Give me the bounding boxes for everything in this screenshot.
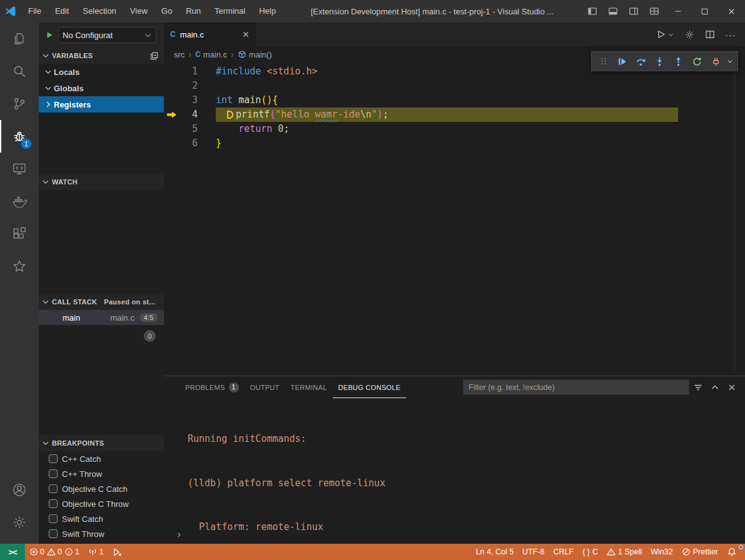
breakpoint-cpp-throw[interactable]: C++ Throw: [39, 466, 164, 481]
console-filter-input[interactable]: [463, 379, 689, 395]
tab-main-c[interactable]: C main.c: [164, 22, 256, 46]
variables-scope-locals[interactable]: Locals: [39, 64, 164, 80]
error-icon: [29, 548, 38, 556]
close-panel-icon[interactable]: [723, 379, 740, 396]
toggle-sidebar-icon[interactable]: [582, 0, 602, 22]
continue-button[interactable]: [614, 53, 631, 69]
menu-run[interactable]: Run: [179, 0, 208, 22]
line-number: 6: [179, 136, 198, 151]
language-mode[interactable]: { } C: [578, 544, 602, 560]
ports-status[interactable]: 1: [84, 544, 108, 560]
toggle-secondary-sidebar-icon[interactable]: [623, 0, 644, 22]
chevron-down-icon[interactable]: [726, 58, 734, 65]
menu-view[interactable]: View: [123, 0, 155, 22]
spell-checker-status[interactable]: 1 Spell: [602, 544, 646, 560]
activity-remote-explorer[interactable]: [0, 152, 39, 185]
problems-status[interactable]: 0 0 1: [25, 544, 84, 560]
account-button[interactable]: [0, 474, 39, 506]
checkbox[interactable]: [49, 469, 58, 478]
code-editor[interactable]: 1 #include <stdio.h> 2 3 int main(){ 4: [164, 62, 745, 376]
breakpoints-section-header[interactable]: BREAKPOINTS: [39, 435, 164, 451]
eol-status[interactable]: CRLF: [549, 544, 579, 560]
run-or-debug-button[interactable]: [656, 29, 674, 39]
tab-problems[interactable]: PROBLEMS1: [180, 376, 245, 398]
variables-section-header[interactable]: VARIABLES: [39, 48, 164, 64]
scope-label: Globals: [54, 84, 84, 93]
checkbox[interactable]: [49, 514, 58, 523]
tab-debug-console[interactable]: DEBUG CONSOLE: [333, 376, 407, 398]
gutter-glyph-margin[interactable]: [164, 64, 179, 79]
title-bar: File Edit Selection View Go Run Terminal…: [0, 0, 745, 22]
tab-terminal[interactable]: TERMINAL: [285, 376, 333, 398]
restart-button[interactable]: [689, 53, 706, 69]
call-stack-section-header[interactable]: CALL STACK Paused on st...: [39, 294, 164, 310]
maximize-button[interactable]: [691, 0, 718, 22]
checkbox[interactable]: [49, 529, 58, 538]
gutter-glyph-margin[interactable]: [164, 136, 179, 151]
activity-explorer[interactable]: [0, 22, 39, 55]
close-tab-icon[interactable]: [241, 30, 250, 39]
breakpoint-objc-catch[interactable]: Objective C Catch: [39, 481, 164, 496]
gutter-glyph-margin[interactable]: [164, 79, 179, 93]
remote-indicator[interactable]: ><: [0, 544, 25, 560]
menu-terminal[interactable]: Terminal: [208, 0, 252, 22]
collapse-all-icon[interactable]: [150, 51, 159, 61]
breadcrumb-file[interactable]: C main.c: [195, 50, 227, 59]
checkbox[interactable]: [49, 499, 58, 508]
menu-file[interactable]: File: [21, 0, 48, 22]
split-editor-button[interactable]: [705, 29, 715, 39]
launch-config-dropdown[interactable]: No Configurat: [58, 27, 156, 43]
encoding-status[interactable]: UTF-8: [518, 544, 549, 560]
activity-run-debug[interactable]: 1: [0, 120, 39, 152]
settings-gear-button[interactable]: [684, 29, 695, 40]
step-over-button[interactable]: [632, 53, 649, 69]
breakpoint-objc-throw[interactable]: Objective C Throw: [39, 496, 164, 511]
breakpoint-swift-throw[interactable]: Swift Throw: [39, 526, 164, 541]
menu-help[interactable]: Help: [252, 0, 283, 22]
maximize-panel-icon[interactable]: [706, 379, 723, 396]
variables-scope-globals[interactable]: Globals: [39, 80, 164, 96]
variables-scope-registers[interactable]: Registers: [39, 96, 164, 112]
breadcrumb-src[interactable]: src: [174, 50, 185, 59]
menu-edit[interactable]: Edit: [48, 0, 76, 22]
menu-selection[interactable]: Selection: [76, 0, 123, 22]
gutter-glyph-margin[interactable]: [164, 108, 179, 122]
activity-wamr-ide[interactable]: [0, 250, 39, 282]
breakpoint-swift-catch[interactable]: Swift Catch: [39, 511, 164, 526]
close-window-button[interactable]: [718, 0, 745, 22]
gutter-glyph-margin[interactable]: [164, 122, 179, 136]
step-into-button[interactable]: [651, 53, 668, 69]
platform-status[interactable]: Win32: [646, 544, 677, 560]
customize-layout-icon[interactable]: [644, 0, 664, 22]
step-out-button[interactable]: [670, 53, 687, 69]
tab-bar: C main.c ···: [164, 22, 745, 46]
start-debug-icon[interactable]: [45, 31, 54, 39]
filter-lines-icon[interactable]: [689, 379, 706, 396]
console-input-prompt[interactable]: ›: [176, 528, 182, 541]
breadcrumb-symbol[interactable]: main(): [238, 50, 272, 59]
activity-extensions[interactable]: [0, 218, 39, 250]
debug-status[interactable]: [108, 544, 126, 560]
account-icon: [11, 482, 28, 498]
more-actions-button[interactable]: ···: [725, 29, 736, 40]
gutter-glyph-margin[interactable]: [164, 93, 179, 108]
disconnect-button[interactable]: [707, 53, 724, 69]
menu-go[interactable]: Go: [155, 0, 179, 22]
checkbox[interactable]: [49, 484, 58, 493]
notifications-bell[interactable]: [722, 544, 741, 560]
tab-output[interactable]: OUTPUT: [245, 376, 285, 398]
prettier-status[interactable]: Prettier: [677, 544, 722, 560]
cursor-position[interactable]: Ln 4, Col 5: [472, 544, 518, 560]
stack-frame-row[interactable]: main main.c 4:5: [39, 310, 164, 325]
activity-docker[interactable]: [0, 185, 39, 218]
settings-button[interactable]: [0, 506, 39, 539]
breakpoint-cpp-catch[interactable]: C++ Catch: [39, 451, 164, 466]
activity-search[interactable]: [0, 55, 39, 88]
minimize-button[interactable]: [664, 0, 691, 22]
drag-grip-icon[interactable]: [595, 53, 612, 69]
toggle-panel-icon[interactable]: [602, 0, 623, 22]
activity-source-control[interactable]: [0, 88, 39, 120]
inline-breakpoint-icon[interactable]: [227, 111, 233, 119]
checkbox[interactable]: [49, 454, 58, 463]
watch-section-header[interactable]: WATCH: [39, 174, 164, 190]
